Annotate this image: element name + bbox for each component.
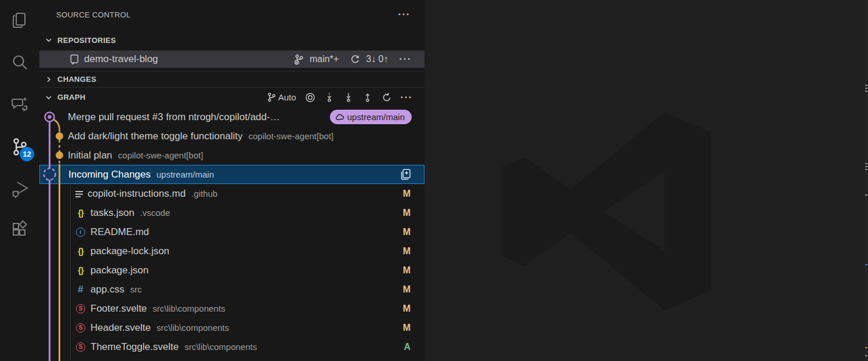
activity-bar: 12 (0, 0, 39, 361)
commit-message: Initial plan (68, 150, 112, 161)
commit-message: Incoming Changes (68, 169, 151, 180)
minimap-mark (865, 88, 867, 89)
svelte-icon (76, 342, 85, 352)
push-button[interactable] (362, 92, 373, 103)
refresh-button[interactable] (382, 92, 392, 103)
file-name: tasks.json (90, 207, 135, 219)
section-repositories[interactable]: REPOSITORIES (39, 33, 424, 48)
git-fetch-icon (324, 92, 335, 103)
commit-author: copilot-swe-agent[bot] (118, 150, 204, 160)
minimap-strip[interactable] (865, 0, 868, 361)
changed-file-row[interactable]: Footer.svelte src\lib\components M (39, 299, 424, 318)
graph-toolbar: Auto (267, 92, 413, 103)
git-branch-icon (267, 92, 277, 102)
git-pull-icon (343, 92, 354, 103)
changed-file-row[interactable]: copilot-instructions.md .github M (39, 184, 424, 203)
repo-more-actions-button[interactable]: ··· (400, 56, 412, 62)
fetch-button[interactable] (324, 92, 335, 103)
file-path: src (130, 284, 142, 294)
file-name: ThemeToggle.svelte (90, 341, 179, 353)
pull-button[interactable] (343, 92, 354, 103)
section-label: GRAPH (57, 93, 85, 102)
git-push-icon (362, 92, 373, 103)
run-debug-icon (10, 179, 30, 199)
file-status-badge: M (403, 189, 411, 199)
incoming-changes-file-list: copilot-instructions.md .github M tasks.… (39, 184, 424, 356)
css-icon (75, 284, 86, 295)
changed-file-row[interactable]: tasks.json .vscode M (39, 203, 424, 222)
minimap-mark (865, 355, 867, 356)
minimap-mark (865, 91, 867, 92)
editor-area (424, 0, 868, 361)
commit-author: copilot-swe-agent[bot] (248, 131, 333, 141)
graph-ref-picker-button[interactable]: Auto (267, 92, 296, 102)
info-icon (76, 228, 85, 237)
changed-file-row[interactable]: app.css src M (39, 280, 424, 299)
file-path: src\lib\components (184, 342, 257, 352)
refresh-icon (382, 92, 392, 103)
file-path: src\lib\components (152, 304, 225, 313)
file-path: .github (191, 189, 217, 198)
markdown-icon (75, 189, 83, 198)
commit-graph-list: Merge pull request #3 from ntrogh/copilo… (39, 107, 424, 184)
repo-icon (69, 54, 79, 64)
ref-badge-label: upstream/main (347, 112, 405, 122)
commit-row[interactable]: Initial plan copilot-swe-agent[bot] (39, 146, 424, 165)
incoming-changes-row[interactable]: Incoming Changes upstream/main (39, 165, 424, 184)
file-name: app.css (90, 284, 125, 295)
chat-sparkle-icon (10, 95, 30, 114)
more-actions-button[interactable]: ··· (398, 12, 411, 17)
changed-file-row[interactable]: Header.svelte src\lib\components M (39, 318, 424, 337)
svelte-icon (76, 304, 85, 313)
file-status-badge: M (403, 284, 411, 295)
file-name: package-lock.json (90, 246, 169, 257)
diff-multiple-icon (399, 168, 411, 180)
ref-badge-upstream-main[interactable]: upstream/main (330, 110, 412, 124)
scm-count-badge: 12 (20, 147, 34, 161)
cloud-icon (335, 113, 344, 122)
branch-publish-icon[interactable] (293, 54, 304, 65)
file-status-badge: A (404, 342, 411, 352)
file-status-badge: M (403, 208, 411, 218)
chevron-down-icon (44, 93, 53, 102)
sync-icon[interactable] (350, 54, 361, 65)
minimap-mark (865, 163, 867, 164)
vscode-logo-watermark (493, 109, 720, 313)
activity-item-explorer[interactable] (0, 1, 39, 40)
repo-name: demo-travel-blog (84, 53, 158, 65)
search-icon (10, 53, 30, 73)
section-graph[interactable]: GRAPH Auto (39, 87, 424, 107)
activity-item-run-debug[interactable] (0, 169, 39, 209)
commit-row[interactable]: Add dark/light theme toggle functionalit… (39, 127, 424, 146)
file-path: src\lib\components (157, 323, 229, 333)
commit-ref-description: upstream/main (157, 169, 214, 179)
section-changes[interactable]: CHANGES (39, 71, 424, 87)
extensions-icon (10, 220, 30, 240)
section-label: REPOSITORIES (57, 36, 116, 45)
repository-row[interactable]: demo-travel-blog main*+ 3↓ 0↑ ··· (39, 50, 424, 68)
panel-title: SOURCE CONTROL (56, 10, 130, 19)
activity-item-source-control[interactable]: 12 (0, 127, 39, 167)
minimap-mark (865, 166, 867, 167)
file-status-badge: M (403, 304, 411, 314)
file-name: README.md (90, 226, 149, 238)
sync-counts[interactable]: 3↓ 0↑ (366, 54, 388, 64)
file-name: Footer.svelte (90, 303, 147, 315)
changed-file-row[interactable]: package.json M (39, 261, 424, 280)
graph-more-actions-button[interactable]: ··· (401, 95, 413, 100)
commit-row[interactable]: Merge pull request #3 from ntrogh/copilo… (39, 107, 424, 127)
activity-item-search[interactable] (0, 43, 39, 82)
scope-to-ref-button[interactable] (305, 92, 315, 103)
activity-item-chat[interactable] (0, 85, 39, 124)
minimap-mark (865, 194, 867, 196)
minimap-mark (865, 85, 867, 86)
activity-item-extensions[interactable] (0, 210, 39, 250)
view-all-changes-button[interactable] (399, 168, 411, 180)
changed-file-row[interactable]: package-lock.json M (39, 241, 424, 261)
file-name: copilot-instructions.md (88, 188, 186, 200)
chevron-right-icon (44, 75, 53, 84)
changed-file-row[interactable]: README.md M (39, 222, 424, 241)
changed-file-row[interactable]: ThemeToggle.svelte src\lib\components A (39, 337, 424, 356)
json-icon (75, 208, 86, 218)
branch-label[interactable]: main*+ (310, 54, 339, 64)
